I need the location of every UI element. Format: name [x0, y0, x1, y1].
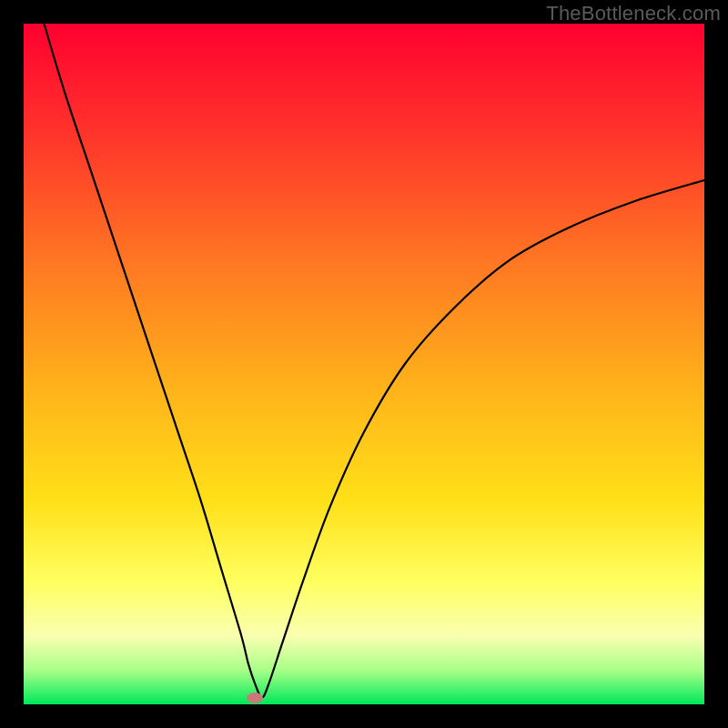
minimum-marker — [247, 693, 263, 703]
bottleneck-curve-path — [44, 24, 704, 698]
chart-curve-svg — [24, 24, 704, 704]
chart-plot-area — [24, 24, 704, 704]
watermark-text: TheBottleneck.com — [546, 2, 721, 25]
